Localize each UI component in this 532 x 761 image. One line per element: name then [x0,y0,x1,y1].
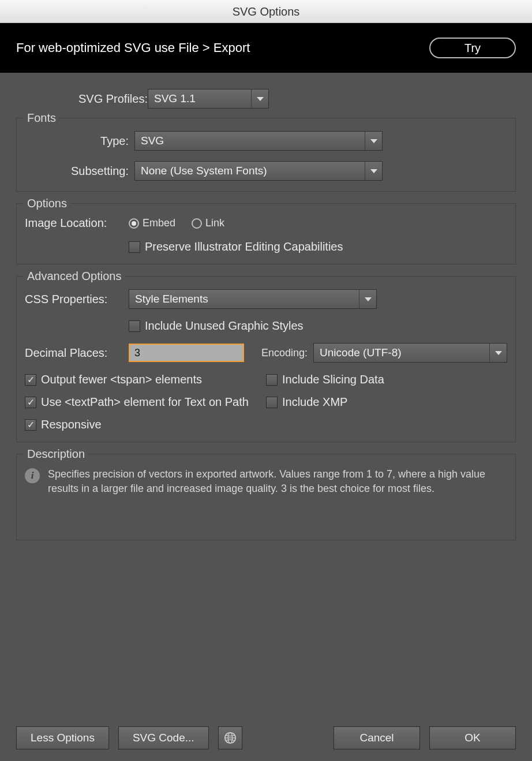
advanced-legend: Advanced Options [24,270,125,283]
encoding-value: Unicode (UTF-8) [314,346,489,359]
css-properties-value: Style Elements [129,293,359,305]
cancel-button[interactable]: Cancel [334,726,420,749]
decimal-places-input[interactable] [129,344,244,362]
responsive-checkbox[interactable]: ✓ Responsive [25,418,266,431]
include-xmp-checkbox[interactable]: Include XMP [266,396,507,409]
svg-profiles-label: SVG Profiles: [32,92,148,106]
font-subsetting-value: None (Use System Fonts) [135,165,365,177]
svg-code-label: SVG Code... [133,732,194,744]
try-button-label: Try [464,42,481,54]
description-legend: Description [24,447,88,461]
window-title: SVG Options [233,5,300,18]
checkbox-icon [266,374,278,386]
info-icon: i [25,468,40,483]
promo-banner: For web-optimized SVG use File > Export … [0,23,532,73]
font-type-value: SVG [135,135,365,147]
less-options-label: Less Options [31,732,95,744]
radio-icon [129,218,139,229]
output-tspan-label: Output fewer <tspan> elements [41,373,202,386]
link-radio-label: Link [205,217,224,229]
include-unused-label: Include Unused Graphic Styles [145,319,304,333]
link-radio[interactable]: Link [192,217,224,229]
svg-code-button[interactable]: SVG Code... [118,726,209,749]
advanced-options-group: Advanced Options CSS Properties: Style E… [16,276,516,442]
embed-radio[interactable]: Embed [129,217,175,229]
include-unused-checkbox[interactable]: Include Unused Graphic Styles [129,319,304,333]
preserve-checkbox[interactable]: Preserve Illustrator Editing Capabilitie… [129,240,343,253]
web-preview-button[interactable] [218,726,242,749]
dialog-button-bar: Less Options SVG Code... Cancel OK [16,726,516,749]
image-location-label: Image Location: [25,217,123,230]
font-type-select[interactable]: SVG [134,131,383,151]
font-subsetting-label: Subsetting: [25,165,129,178]
slicing-data-label: Include Slicing Data [282,373,384,386]
slicing-data-checkbox[interactable]: Include Slicing Data [266,373,507,386]
chevron-down-icon [365,162,382,180]
promo-text: For web-optimized SVG use File > Export [16,40,250,55]
fonts-group: Fonts Type: SVG Subsetting: None (Use Sy… [16,118,516,192]
svg-profiles-value: SVG 1.1 [148,92,251,105]
output-tspan-checkbox[interactable]: ✓ Output fewer <tspan> elements [25,373,266,386]
textpath-label: Use <textPath> element for Text on Path [41,396,249,409]
include-xmp-label: Include XMP [282,396,347,409]
description-group: Description i Specifies precision of vec… [16,454,516,540]
checkbox-icon [129,241,140,253]
embed-radio-label: Embed [143,217,175,229]
options-legend: Options [24,197,70,210]
try-button[interactable]: Try [429,38,516,58]
encoding-select[interactable]: Unicode (UTF-8) [313,343,507,363]
checkbox-icon: ✓ [25,419,36,431]
css-properties-select[interactable]: Style Elements [129,289,377,309]
decimal-places-label: Decimal Places: [25,346,123,360]
options-group: Options Image Location: Embed Link Prese… [16,203,516,264]
font-subsetting-select[interactable]: None (Use System Fonts) [134,161,383,181]
less-options-button[interactable]: Less Options [16,726,109,749]
responsive-label: Responsive [41,418,102,431]
chevron-down-icon [359,290,376,308]
globe-icon [224,732,237,744]
ok-button[interactable]: OK [429,726,516,749]
chevron-down-icon [365,132,382,150]
css-properties-label: CSS Properties: [25,293,123,306]
checkbox-icon [266,397,278,408]
ok-label: OK [464,732,480,744]
encoding-label: Encoding: [261,347,308,359]
chevron-down-icon [251,89,268,108]
preserve-label: Preserve Illustrator Editing Capabilitie… [145,240,343,253]
checkbox-icon: ✓ [25,374,36,386]
fonts-legend: Fonts [24,111,59,125]
textpath-checkbox[interactable]: ✓ Use <textPath> element for Text on Pat… [25,396,266,409]
chevron-down-icon [489,344,507,362]
description-text: Specifies precision of vectors in export… [48,467,507,496]
svg-profiles-select[interactable]: SVG 1.1 [148,89,269,109]
window-titlebar: SVG Options [0,0,532,23]
checkbox-icon: ✓ [25,397,36,408]
font-type-label: Type: [25,135,129,148]
checkbox-icon [129,320,140,332]
radio-icon [192,218,202,229]
cancel-label: Cancel [359,732,394,744]
